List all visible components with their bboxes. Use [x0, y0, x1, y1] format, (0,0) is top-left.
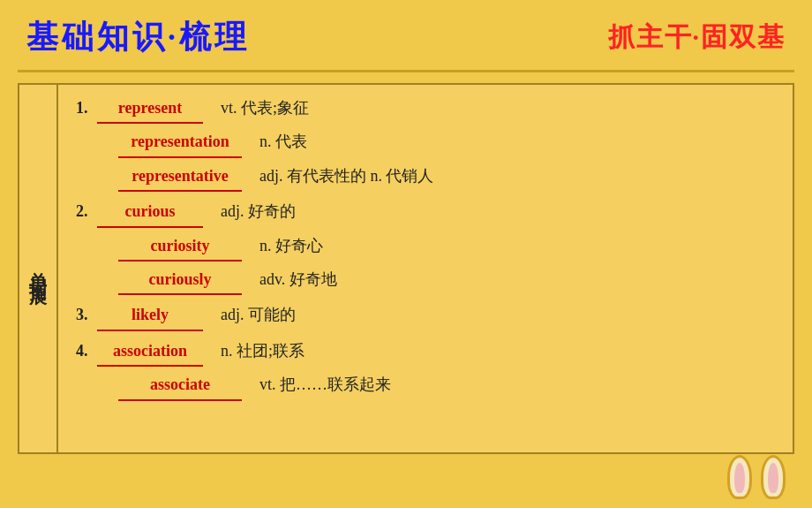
- word-definition: adj. 可能的: [221, 300, 296, 329]
- word-item: curiously: [118, 265, 242, 295]
- word-definition: adj. 好奇的: [221, 197, 296, 225]
- word-item: curiosity: [118, 231, 242, 262]
- word-item: likely: [97, 300, 203, 330]
- header: 基础知识·梳理 抓主干·固双基: [0, 0, 812, 70]
- header-right-title: 抓主干·固双基: [608, 19, 786, 56]
- entry-number: 4.: [76, 337, 97, 365]
- word-definition: adj. 有代表性的 n. 代销人: [259, 162, 434, 190]
- word-definition: n. 代表: [259, 127, 307, 155]
- entry-row: curiouslyadv. 好奇地: [76, 265, 775, 295]
- word-item: association: [97, 337, 203, 367]
- entry-group-4: 4.associationn. 社团;联系associatevt. 把……联系起…: [76, 337, 775, 401]
- word-item: representation: [118, 127, 242, 157]
- main-content: 单词拓展 1.representvt. 代表;象征representationn…: [18, 83, 794, 454]
- word-definition: vt. 代表;象征: [221, 94, 309, 122]
- word-item: represent: [97, 94, 203, 124]
- entry-row: 4.associationn. 社团;联系: [76, 337, 775, 367]
- word-item: representative: [118, 162, 242, 192]
- word-item: curious: [97, 197, 203, 227]
- sidebar-label: 单词拓展: [26, 258, 50, 279]
- word-definition: adv. 好奇地: [259, 265, 337, 293]
- rabbit-ear-left: [727, 455, 752, 499]
- rabbit-ear-right: [761, 455, 786, 499]
- entry-row: 1.representvt. 代表;象征: [76, 94, 775, 124]
- content-area: 1.representvt. 代表;象征representationn. 代表r…: [58, 85, 793, 452]
- entry-number: 2.: [76, 197, 97, 225]
- entry-row: representativeadj. 有代表性的 n. 代销人: [76, 162, 775, 192]
- word-item: associate: [118, 370, 242, 400]
- word-definition: vt. 把……联系起来: [259, 370, 391, 398]
- sidebar-label-column: 单词拓展: [19, 85, 58, 452]
- entry-group-2: 2.curiousadj. 好奇的curiosityn. 好奇心curiousl…: [76, 197, 775, 295]
- word-definition: n. 好奇心: [259, 231, 323, 260]
- entry-group-1: 1.representvt. 代表;象征representationn. 代表r…: [76, 94, 775, 192]
- header-left-title: 基础知识·梳理: [26, 16, 250, 59]
- entry-row: associatevt. 把……联系起来: [76, 370, 775, 400]
- entry-row: curiosityn. 好奇心: [76, 231, 775, 262]
- entry-row: 3.likelyadj. 可能的: [76, 300, 775, 330]
- entry-row: representationn. 代表: [76, 127, 775, 157]
- rabbit-decoration: [727, 455, 786, 499]
- word-definition: n. 社团;联系: [221, 337, 304, 365]
- header-divider: [18, 70, 794, 72]
- entry-row: 2.curiousadj. 好奇的: [76, 197, 775, 227]
- entry-number: 3.: [76, 300, 97, 329]
- entry-number: 1.: [76, 94, 97, 122]
- entry-group-3: 3.likelyadj. 可能的: [76, 300, 775, 330]
